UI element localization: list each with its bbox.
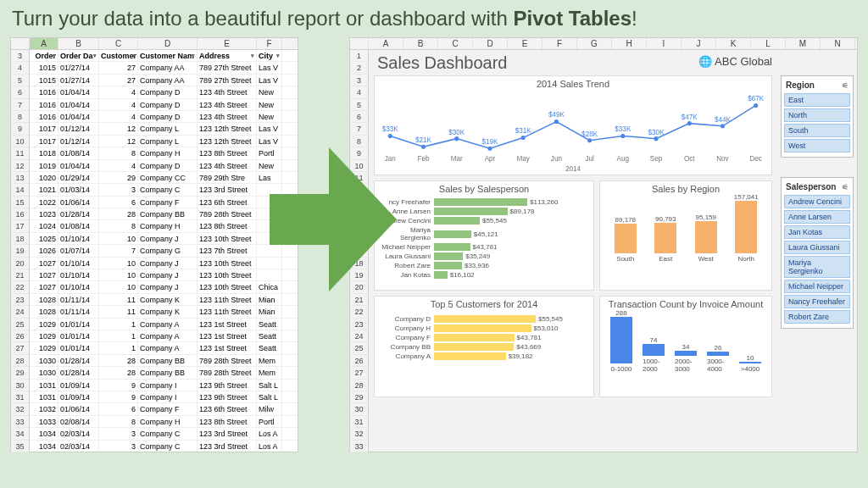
svg-text:$21K: $21K bbox=[415, 136, 432, 144]
trend-chart[interactable]: $33K$21K$30K$19K$31K$49K$28K$33K$30K$47K… bbox=[375, 92, 771, 176]
table-row[interactable]: 103402/03/143Company C123 3rd StreetLos … bbox=[30, 428, 298, 440]
bar-row[interactable]: Company A$39,182 bbox=[378, 352, 590, 360]
table-row[interactable]: 102801/11/1411Company K123 11th StreetMi… bbox=[30, 294, 298, 306]
bar-row[interactable]: Company D$55,545 bbox=[378, 315, 590, 323]
table-row[interactable]: 101501/27/1427Company AA789 27th StreetL… bbox=[30, 75, 298, 86]
slicer-item[interactable]: East bbox=[784, 93, 850, 107]
svg-text:$47K: $47K bbox=[682, 114, 698, 121]
data-grid[interactable]: OrderOrder DaCustomerCustomer NamAddress… bbox=[30, 50, 298, 452]
bar-column[interactable]: 89,178South bbox=[615, 216, 637, 263]
bar-row[interactable]: Company H$53,010 bbox=[378, 324, 590, 332]
table-row[interactable]: 102401/08/148Company H123 8th Street bbox=[30, 220, 298, 232]
table-row[interactable]: 102101/03/143Company C123 3rd Street bbox=[30, 184, 298, 196]
bar-column[interactable]: 157,041North bbox=[735, 193, 757, 263]
svg-text:May: May bbox=[516, 155, 530, 163]
bar-column[interactable]: 90,793East bbox=[654, 215, 676, 263]
table-row[interactable]: 102901/01/141Company A123 1st StreetSeat… bbox=[30, 319, 298, 330]
table-row[interactable]: 101601/04/144Company D123 4th StreetNew bbox=[30, 86, 298, 98]
dashboard-sheet: ABCDEFGHIJKLMN 1234567891011121314151617… bbox=[349, 37, 858, 452]
table-row[interactable]: 102801/11/1411Company K123 11th StreetMi… bbox=[30, 306, 298, 318]
bar-row[interactable]: Jan Kotas$16,102 bbox=[378, 271, 590, 279]
table-row[interactable]: 101901/04/144Company D123 4th StreetNew bbox=[30, 160, 298, 172]
table-row[interactable]: 103402/03/143Company C123 3rd StreetLos … bbox=[30, 441, 298, 452]
table-row[interactable]: 101601/04/144Company D123 4th StreetNew bbox=[30, 111, 298, 123]
table-row[interactable]: 102001/29/1429Company CC789 29th StreLas bbox=[30, 172, 298, 184]
slicer-item[interactable]: West bbox=[784, 139, 850, 152]
svg-point-10 bbox=[721, 124, 725, 128]
slicer-item[interactable]: Andrew Cencini bbox=[784, 195, 850, 208]
bar-row[interactable]: Michael Neipper$43,781 bbox=[378, 243, 590, 251]
svg-point-0 bbox=[388, 134, 392, 138]
table-row[interactable]: 101701/12/1412Company L123 12th StreetLa… bbox=[30, 123, 298, 135]
table-row[interactable]: 102901/01/141Company A123 1st StreetSeat… bbox=[30, 342, 298, 354]
column-headers: ABCDEF bbox=[11, 38, 298, 50]
svg-text:$44K: $44K bbox=[715, 116, 732, 124]
table-row[interactable]: 103001/28/1428Company BB789 28th StreetM… bbox=[30, 367, 298, 379]
table-row[interactable]: 101501/27/1427Company AA789 27th StreetL… bbox=[30, 62, 298, 74]
slicer-item[interactable]: North bbox=[784, 108, 850, 122]
table-row[interactable]: 103302/08/148Company H123 8th StreetPort… bbox=[30, 416, 298, 428]
table-row[interactable]: 102201/06/146Company F123 6th Street bbox=[30, 197, 298, 208]
svg-point-6 bbox=[587, 138, 592, 142]
bar-row[interactable]: Mariya Sergienko$45,121 bbox=[378, 226, 590, 241]
table-row[interactable]: 102701/10/1410Company J123 10th Street bbox=[30, 258, 298, 269]
dashboard: Sales Dashboard ABC Global 2014 Sales Tr… bbox=[369, 50, 857, 452]
table-row[interactable]: 101601/04/144Company D123 4th StreetNew bbox=[30, 99, 298, 111]
slicer-item[interactable]: Mariya Sergienko bbox=[784, 256, 850, 278]
table-row[interactable]: 103101/09/149Company I123 9th StreetSalt… bbox=[30, 391, 298, 403]
svg-text:Dec: Dec bbox=[749, 155, 761, 163]
bar-column[interactable]: 263000-4000 bbox=[707, 344, 729, 373]
svg-text:Jun: Jun bbox=[551, 155, 562, 163]
slicer-item[interactable]: Nancy Freehafer bbox=[784, 295, 850, 308]
table-row[interactable]: 102601/07/147Company G123 7th Street bbox=[30, 245, 298, 257]
raw-data-sheet: ABCDEF 345678910111213141516171819202122… bbox=[10, 37, 298, 452]
bar-row[interactable]: Laura Giussani$35,249 bbox=[378, 252, 590, 260]
table-row[interactable]: 102701/10/1410Company J123 10th StreetCh… bbox=[30, 281, 298, 293]
table-row[interactable]: 101701/12/1412Company L123 12th StreetLa… bbox=[30, 136, 298, 147]
slicer-item[interactable]: Laura Giussani bbox=[784, 241, 850, 254]
salesperson-slicer[interactable]: Salesperson Andrew CenciniAnne LarsenJan… bbox=[781, 177, 854, 329]
slicer-item[interactable]: Robert Zare bbox=[784, 310, 850, 324]
page-header: Turn your data into a beautiful report o… bbox=[0, 0, 868, 37]
slicer-item[interactable]: Anne Larsen bbox=[784, 210, 850, 224]
region-slicer[interactable]: Region EastNorthSouthWest bbox=[781, 75, 854, 158]
table-row[interactable]: 102701/10/1410Company J123 10th Street bbox=[30, 269, 298, 281]
slicer-item[interactable]: Michael Neipper bbox=[784, 280, 850, 293]
table-row[interactable]: 102301/28/1428Company BB789 28th Street bbox=[30, 208, 298, 220]
salesperson-bars[interactable]: ncy Freehafer$113,260Anne Larsen$89,178A… bbox=[375, 198, 593, 279]
bar-column[interactable]: 95,159West bbox=[695, 214, 717, 263]
svg-text:Mar: Mar bbox=[451, 155, 463, 163]
bar-row[interactable]: Andrew Cencini$55,545 bbox=[378, 217, 590, 225]
slicer-item[interactable]: Jan Kotas bbox=[784, 225, 850, 239]
table-row[interactable]: 103101/09/149Company I123 9th StreetSalt… bbox=[30, 380, 298, 391]
brand-label: ABC Global bbox=[698, 55, 772, 68]
bar-row[interactable]: Company F$43,781 bbox=[378, 334, 590, 341]
table-row[interactable]: 102901/01/141Company A123 1st StreetSeat… bbox=[30, 330, 298, 342]
bar-column[interactable]: 10>4000 bbox=[739, 354, 761, 373]
svg-point-5 bbox=[554, 119, 559, 124]
salesperson-chart-card: Sales by Salesperson ncy Freehafer$113,2… bbox=[374, 180, 594, 291]
bar-column[interactable]: 741000-2000 bbox=[643, 336, 665, 373]
table-row[interactable]: 101801/08/148Company H123 8th StreetPort… bbox=[30, 147, 298, 159]
transactions-bars[interactable]: 2880-1000741000-2000342000-3000263000-40… bbox=[600, 312, 771, 373]
bar-column[interactable]: 2880-1000 bbox=[610, 309, 632, 373]
dashboard-title: Sales Dashboard bbox=[377, 53, 507, 73]
svg-text:Oct: Oct bbox=[684, 155, 695, 163]
region-bars[interactable]: 89,178South90,793East95,159West157,041No… bbox=[600, 197, 771, 263]
svg-point-1 bbox=[421, 145, 426, 149]
trend-chart-card: 2014 Sales Trend $33K$21K$30K$19K$31K$49… bbox=[374, 75, 772, 175]
bar-column[interactable]: 342000-3000 bbox=[675, 343, 697, 373]
table-row[interactable]: 103001/28/1428Company BB789 28th StreetM… bbox=[30, 355, 298, 367]
customers-chart-card: Top 5 Customers for 2014 Company D$55,54… bbox=[374, 296, 594, 397]
region-chart-card: Sales by Region 89,178South90,793East95,… bbox=[599, 180, 772, 291]
table-row[interactable]: 102501/10/1410Company J123 10th Street bbox=[30, 233, 298, 245]
customers-bars[interactable]: Company D$55,545Company H$53,010Company … bbox=[375, 312, 593, 363]
bar-row[interactable]: Anne Larsen$89,178 bbox=[378, 208, 590, 215]
bar-row[interactable]: ncy Freehafer$113,260 bbox=[378, 198, 590, 206]
svg-point-8 bbox=[654, 136, 658, 141]
slicer-item[interactable]: South bbox=[784, 124, 850, 137]
bar-row[interactable]: Robert Zare$33,936 bbox=[378, 262, 590, 269]
salesperson-title: Sales by Salesperson bbox=[375, 181, 593, 197]
bar-row[interactable]: Company BB$43,669 bbox=[378, 343, 590, 351]
table-row[interactable]: 103201/06/146Company F123 6th StreetMilw bbox=[30, 403, 298, 415]
